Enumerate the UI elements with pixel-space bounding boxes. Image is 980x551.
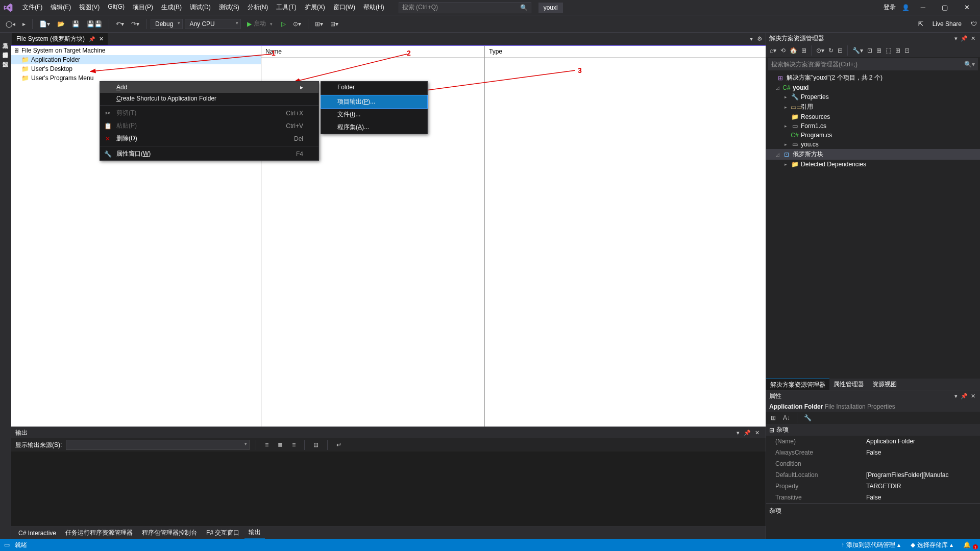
sol-btn2[interactable]: ⊞ (800, 46, 808, 55)
sol-back-icon[interactable]: ⟲ (779, 46, 787, 55)
sol-search-input[interactable]: 搜索解决方案资源管理器(Ctrl+;) 🔍▾ (768, 58, 978, 70)
maximize-button[interactable]: ▢ (937, 2, 953, 13)
prop-az-button[interactable]: A↓ (780, 413, 793, 423)
output-pin-icon[interactable]: 📌 (742, 430, 753, 436)
menu-view[interactable]: 视图(V) (75, 1, 104, 14)
tree-desktop[interactable]: 📁 User's Desktop (11, 64, 261, 73)
close-button[interactable]: ✕ (959, 2, 975, 13)
minimize-button[interactable]: ─ (916, 2, 930, 13)
sol-project-youxi[interactable]: ◿C#youxi (766, 83, 980, 92)
sol-references[interactable]: ▸▭▭引用 (766, 102, 980, 112)
status-select-repo[interactable]: ◆选择存储库▴ (905, 541, 958, 549)
menu-tools[interactable]: 工具(T) (272, 1, 300, 14)
platform-dropdown[interactable]: Any CPU (185, 19, 241, 29)
ctx-add-assembly[interactable]: 程序集(A)... (321, 121, 427, 134)
menu-build[interactable]: 生成(B) (157, 1, 186, 14)
menu-test[interactable]: 测试(S) (215, 1, 243, 14)
sol-btn6[interactable]: ⊡ (903, 46, 911, 55)
menu-window[interactable]: 窗口(W) (329, 1, 359, 14)
ctx-add-project-output[interactable]: 项目输出(P)... (321, 95, 428, 109)
login-link[interactable]: 登录 (884, 3, 896, 12)
login-icon[interactable]: 👤 (902, 4, 910, 11)
search-input[interactable]: 搜索 (Ctrl+Q) 🔍 (399, 2, 531, 13)
open-button[interactable]: 📂 (55, 19, 67, 29)
prop-object-selector[interactable]: Application Folder File Installation Pro… (766, 402, 980, 412)
tab-fsharp-interactive[interactable]: F# 交互窗口 (202, 527, 243, 539)
sol-form1[interactable]: ▸▭Form1.cs (766, 121, 980, 131)
new-project-button[interactable]: 📄▾ (37, 19, 53, 29)
sol-btn4[interactable]: ⬚ (884, 46, 893, 55)
output-dropdown-icon[interactable]: ▾ (734, 430, 742, 436)
sol-pin-icon[interactable]: 📌 (959, 35, 969, 42)
output-close-icon[interactable]: ✕ (753, 430, 762, 436)
user-badge[interactable]: youxi (538, 3, 563, 13)
sol-btn3[interactable]: ⊞ (875, 46, 883, 55)
liveshare-button[interactable]: Live Share (927, 20, 967, 28)
sol-btn1[interactable]: 🏠 (788, 46, 799, 55)
ctx-delete[interactable]: ✕删除(D)Del (100, 132, 318, 145)
start-button[interactable]: ▶启动▾ (243, 18, 277, 29)
sol-dropdown-icon[interactable]: ▾ (953, 35, 959, 42)
config-dropdown[interactable]: Debug (151, 19, 183, 29)
sol-collapse-icon[interactable]: ⊟ (836, 46, 844, 55)
output-source-dropdown[interactable] (66, 440, 250, 450)
menu-project[interactable]: 项目(P) (129, 1, 157, 14)
sol-sync-icon[interactable]: ⊙▾ (815, 46, 826, 55)
sol-solution[interactable]: ⊞解决方案"youxi"(2 个项目，共 2 个) (766, 72, 980, 83)
sol-home-icon[interactable]: ⌂▾ (768, 46, 778, 55)
file-types-button[interactable]: ⊟▾ (328, 19, 341, 29)
sol-btn5[interactable]: ⊞ (894, 46, 902, 55)
sol-project-tetris[interactable]: ◿⊡俄罗斯方块 (766, 149, 980, 160)
pin-icon[interactable]: 📌 (89, 36, 95, 42)
sol-properties[interactable]: ▸🔧Properties (766, 92, 980, 102)
menu-edit[interactable]: 编辑(E) (46, 1, 75, 14)
menu-git[interactable]: Git(G) (104, 1, 129, 14)
save-all-button[interactable]: 💾💾 (84, 19, 105, 29)
col-header-name[interactable]: Name (261, 46, 484, 58)
start-no-debug-button[interactable]: ▷ (279, 19, 288, 29)
menu-analyze[interactable]: 分析(N) (243, 1, 273, 14)
redo-button[interactable]: ↷▾ (129, 19, 142, 29)
sol-detected-deps[interactable]: ▸📁Detected Dependencies (766, 160, 980, 169)
ctx-create-shortcut[interactable]: Create Shortcut to Application Folder (100, 93, 318, 104)
prop-row-condition[interactable]: Condition (766, 458, 980, 469)
prop-row-name[interactable]: (Name)Application Folder (766, 436, 980, 447)
tab-package-console[interactable]: 程序包管理器控制台 (138, 527, 201, 539)
undo-button[interactable]: ↶▾ (113, 19, 127, 29)
col-header-type[interactable]: Type (485, 46, 766, 58)
sol-you[interactable]: ▸▭you.cs (766, 140, 980, 149)
doc-tab-filesystem[interactable]: File System (俄罗斯方块) 📌 ✕ (12, 33, 108, 45)
menu-help[interactable]: 帮助(H) (359, 1, 388, 14)
sol-tab-props[interactable]: 属性管理器 (829, 379, 868, 390)
sol-refresh-icon[interactable]: ↻ (827, 46, 835, 55)
output-btn3[interactable]: ≡ (289, 440, 298, 450)
prop-category[interactable]: ⊟杂项 (766, 424, 980, 436)
tab-csharp-interactive[interactable]: C# Interactive (14, 528, 60, 538)
liveshare-icon[interactable]: ⇱ (918, 20, 923, 28)
prop-row-alwayscreate[interactable]: AlwaysCreateFalse (766, 447, 980, 458)
save-button[interactable]: 💾 (69, 19, 82, 29)
output-btn1[interactable]: ≡ (262, 440, 271, 450)
rail-server-explorer[interactable]: 服务器资源管理器 (1, 44, 10, 52)
rail-data-sources[interactable]: 数据源 (1, 53, 10, 61)
doc-tab-dropdown[interactable]: ▾ (750, 35, 753, 42)
tab-output[interactable]: 输出 (244, 527, 265, 539)
status-add-source[interactable]: ↑添加到源代码管理▴ (836, 541, 905, 549)
output-btn2[interactable]: ≣ (275, 440, 285, 450)
ctx-properties[interactable]: 🔧属性窗口(W)F4 (100, 147, 318, 160)
output-clear-button[interactable]: ⊟ (311, 440, 321, 450)
prop-close-icon[interactable]: ✕ (969, 393, 977, 399)
ctx-add-file[interactable]: 文件(I)... (321, 108, 427, 121)
rail-toolbox[interactable]: 工具箱 (1, 35, 10, 43)
sol-resources[interactable]: 📁Resources (766, 112, 980, 121)
tab-task-runner[interactable]: 任务运行程序资源管理器 (61, 527, 137, 539)
ctx-add-folder[interactable]: Folder (321, 82, 427, 93)
sol-tab-explorer[interactable]: 解决方案资源管理器 (766, 379, 829, 390)
sol-tab-resources[interactable]: 资源视图 (868, 379, 901, 390)
menu-debug[interactable]: 调试(D) (186, 1, 215, 14)
prop-wrench-button[interactable]: 🔧 (801, 413, 814, 423)
registry-button[interactable]: ⊞▾ (312, 19, 326, 29)
nav-back-button[interactable]: ◯◂ (3, 19, 18, 29)
ctx-add[interactable]: Add▸ (100, 82, 318, 93)
close-tab-icon[interactable]: ✕ (99, 36, 104, 42)
